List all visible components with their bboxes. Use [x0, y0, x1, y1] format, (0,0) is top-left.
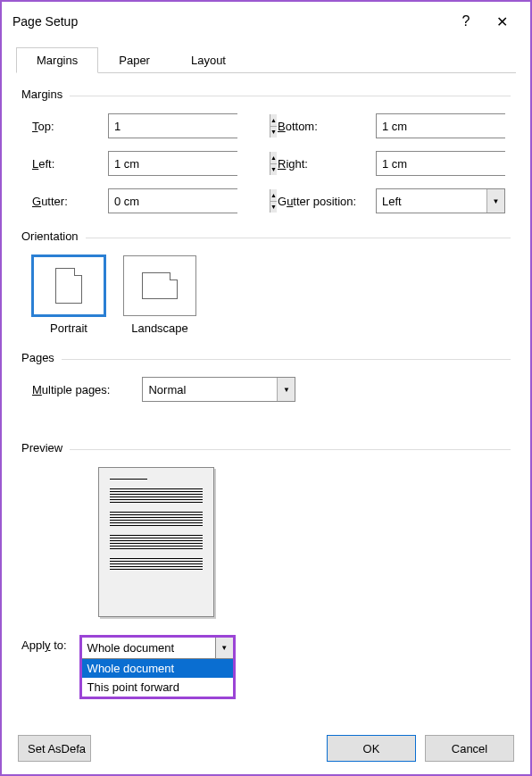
multiple-pages-value: Normal: [143, 383, 277, 396]
orientation-row: Portrait Landscape: [32, 255, 511, 335]
pages-row: Multiple pages: Normal ▼: [32, 377, 511, 402]
ok-button[interactable]: OK: [327, 735, 416, 762]
close-button[interactable]: ✕: [484, 9, 520, 34]
landscape-label: Landscape: [123, 321, 196, 335]
chevron-down-icon[interactable]: ▼: [277, 378, 295, 401]
right-spinner[interactable]: ▲▼: [376, 151, 505, 176]
chevron-down-icon[interactable]: ▼: [486, 189, 504, 213]
tab-margins[interactable]: Margins: [16, 47, 98, 73]
label-bottom: Bottom:: [278, 120, 376, 133]
apply-row: Apply to: Whole document ▼ Whole documen…: [21, 635, 511, 699]
window-title: Page Setup: [12, 14, 448, 29]
gutter-pos-value: Left: [377, 195, 486, 208]
titlebar: Page Setup ? ✕: [2, 2, 530, 39]
label-apply-to: Apply to:: [21, 635, 67, 652]
rule: [70, 96, 511, 96]
spin-down-icon[interactable]: ▼: [270, 127, 277, 138]
pages-heading: Pages: [21, 351, 54, 364]
top-input[interactable]: [109, 114, 270, 138]
multiple-pages-dropdown[interactable]: Normal ▼: [142, 377, 295, 402]
portrait-page-icon: [55, 268, 82, 304]
orientation-heading: Orientation: [21, 229, 79, 243]
content: Margins Top: ▲▼ Bottom: ▲▼ Left: ▲▼ Righ…: [2, 73, 530, 708]
landscape-page-icon: [142, 272, 178, 299]
bottom-input[interactable]: [377, 114, 532, 138]
tabs: Margins Paper Layout: [16, 46, 516, 73]
rule: [62, 359, 511, 360]
orientation-portrait[interactable]: Portrait: [32, 255, 105, 335]
portrait-box[interactable]: [32, 255, 105, 316]
margins-heading: Margins: [21, 88, 62, 101]
spin-down-icon[interactable]: ▼: [270, 202, 277, 213]
apply-options-list: Whole document This point forward: [82, 659, 233, 697]
help-button[interactable]: ?: [448, 9, 484, 34]
cancel-button[interactable]: Cancel: [425, 735, 514, 762]
rule: [86, 238, 511, 238]
apply-option-this-point-forward[interactable]: This point forward: [82, 678, 233, 697]
gutter-pos-dropdown[interactable]: Left ▼: [376, 188, 505, 213]
bottom-buttons: Set As Defa OK Cancel: [18, 735, 514, 762]
right-input[interactable]: [377, 152, 532, 175]
tab-layout[interactable]: Layout: [170, 47, 246, 73]
preview-heading: Preview: [21, 441, 62, 455]
label-left: Left:: [32, 157, 108, 171]
label-right: Right:: [278, 157, 376, 171]
spin-up-icon[interactable]: ▲: [270, 189, 277, 202]
rule: [70, 449, 511, 450]
chevron-down-icon[interactable]: ▼: [215, 638, 233, 658]
tab-paper[interactable]: Paper: [98, 47, 170, 73]
left-input[interactable]: [109, 152, 270, 175]
apply-selected[interactable]: Whole document ▼: [82, 638, 233, 659]
orientation-landscape[interactable]: Landscape: [123, 255, 196, 335]
bottom-spinner[interactable]: ▲▼: [376, 113, 505, 138]
left-spinner[interactable]: ▲▼: [108, 151, 237, 176]
margins-grid: Top: ▲▼ Bottom: ▲▼ Left: ▲▼ Right: ▲▼ Gu…: [32, 113, 511, 213]
top-spinner[interactable]: ▲▼: [108, 113, 237, 138]
apply-selected-value: Whole document: [82, 641, 215, 655]
gutter-input[interactable]: [109, 189, 270, 213]
close-icon: ✕: [496, 13, 508, 30]
landscape-box[interactable]: [123, 255, 196, 316]
spin-down-icon[interactable]: ▼: [270, 164, 277, 176]
label-gutter-pos: Gutter position:: [278, 195, 376, 208]
portrait-label: Portrait: [32, 321, 105, 335]
label-top: Top:: [32, 120, 108, 133]
gutter-spinner[interactable]: ▲▼: [108, 188, 237, 213]
apply-option-whole-document[interactable]: Whole document: [82, 659, 233, 678]
spin-up-icon[interactable]: ▲: [270, 152, 277, 164]
apply-to-dropdown[interactable]: Whole document ▼ Whole document This poi…: [79, 635, 236, 699]
label-multiple-pages: Multiple pages:: [32, 383, 110, 396]
set-as-default-button[interactable]: Set As Defa: [18, 735, 91, 762]
preview-thumbnail: [98, 467, 214, 617]
label-gutter: Gutter:: [32, 195, 108, 208]
spin-up-icon[interactable]: ▲: [270, 114, 277, 127]
